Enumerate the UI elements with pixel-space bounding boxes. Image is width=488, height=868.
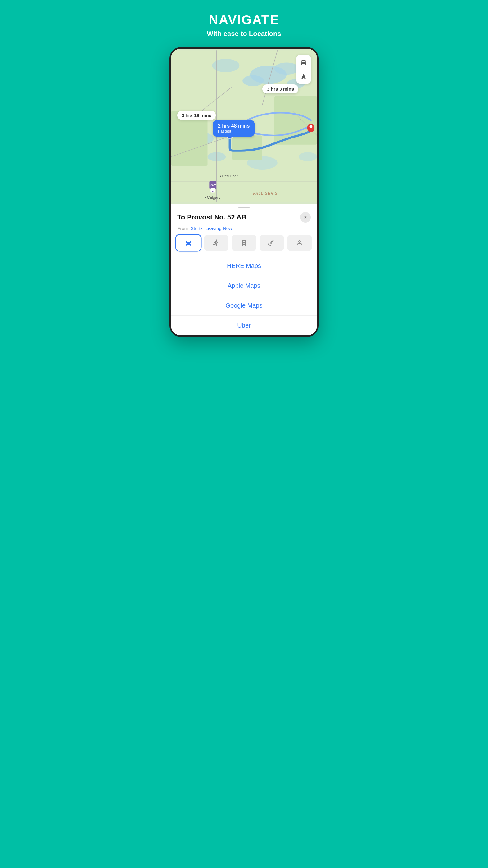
transport-walk-button[interactable] (204, 235, 229, 251)
map-controls (297, 55, 311, 84)
page-title: NAVIGATE (209, 12, 279, 27)
svg-point-2 (274, 62, 299, 74)
transport-transit-button[interactable] (232, 235, 256, 251)
car-icon (300, 59, 307, 65)
close-button[interactable]: × (300, 212, 311, 223)
uber-option[interactable]: Uber (171, 316, 317, 335)
transport-rideshare-button[interactable] (287, 235, 312, 251)
car-transport-icon (185, 239, 192, 247)
bike-transport-icon (268, 239, 276, 247)
svg-rect-12 (232, 135, 262, 160)
svg-point-28 (309, 125, 313, 128)
phone-frame: HWY 2 (170, 47, 318, 337)
page-wrapper: NAVIGATE With ease to Locations (157, 6, 331, 337)
destination-header: To Provost No. 52 AB × (171, 208, 317, 225)
svg-point-5 (212, 59, 239, 72)
leaving-now[interactable]: Leaving Now (205, 226, 232, 231)
svg-text:2: 2 (212, 189, 214, 192)
transport-modes (171, 235, 317, 256)
route-info-row: From Sturtz Leaving Now (171, 225, 317, 235)
car-mode-button[interactable] (297, 55, 311, 69)
map-options: HERE Maps Apple Maps Google Maps Uber (171, 256, 317, 335)
navigate-icon (300, 73, 307, 80)
bottom-panel: To Provost No. 52 AB × From Sturtz Leavi… (171, 207, 317, 335)
apple-maps-option[interactable]: Apple Maps (171, 276, 317, 296)
walk-transport-icon (212, 239, 220, 247)
from-value[interactable]: Sturtz (191, 226, 203, 231)
route-label-1: 3 hrs 3 mins (262, 85, 298, 93)
svg-point-33 (205, 197, 206, 198)
svg-text:PALLISER'S: PALLISER'S (253, 191, 277, 195)
route-label-fastest: 2 hrs 48 mins Fastest (213, 120, 254, 136)
destination-title: To Provost No. 52 AB (177, 213, 246, 221)
rideshare-transport-icon (296, 239, 303, 247)
map-section: HWY 2 (171, 49, 317, 204)
svg-text:HWY: HWY (210, 184, 216, 187)
google-maps-option[interactable]: Google Maps (171, 296, 317, 316)
here-maps-option[interactable]: HERE Maps (171, 256, 317, 276)
svg-point-3 (242, 75, 264, 86)
transport-car-button[interactable] (176, 235, 201, 251)
from-label: From (177, 226, 188, 231)
route-label-2: 3 hrs 19 mins (177, 111, 216, 120)
page-subtitle: With ease to Locations (207, 30, 281, 38)
svg-point-9 (299, 152, 317, 161)
svg-point-31 (220, 176, 221, 177)
transit-transport-icon (240, 239, 248, 247)
transport-bike-button[interactable] (260, 235, 284, 251)
svg-text:Red Deer: Red Deer (222, 174, 238, 178)
navigate-button[interactable] (297, 69, 311, 84)
svg-text:Calgary: Calgary (207, 195, 221, 199)
